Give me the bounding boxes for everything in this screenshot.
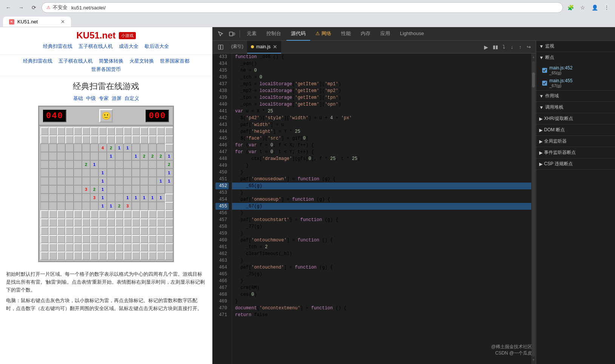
ms-cell[interactable] (132, 185, 140, 194)
nav-item-3[interactable]: 成语大全 (119, 43, 138, 50)
ms-cell[interactable] (107, 243, 115, 252)
ms-cell[interactable] (65, 144, 74, 152)
ms-cell[interactable] (148, 227, 157, 235)
ms-cell[interactable] (90, 210, 98, 218)
ms-cell[interactable]: 1 (148, 194, 157, 202)
ms-cell[interactable] (65, 160, 74, 169)
ms-cell[interactable] (123, 235, 132, 243)
ms-cell[interactable] (132, 160, 140, 169)
ms-cell[interactable] (40, 185, 49, 194)
ms-cell[interactable] (65, 185, 74, 194)
ms-cell[interactable]: 1 (107, 152, 115, 160)
sidebar-events-header[interactable]: ▶ 事件监听器断点 (536, 147, 615, 158)
ms-cell[interactable] (165, 252, 173, 260)
ms-cell[interactable] (157, 135, 165, 144)
ms-cell[interactable] (65, 169, 74, 177)
ms-cell[interactable] (40, 177, 49, 185)
ms-cell[interactable] (65, 218, 74, 227)
ms-cell[interactable] (140, 185, 148, 194)
difficulty-custom[interactable]: 自定义 (125, 95, 139, 102)
ms-cell[interactable] (40, 235, 49, 243)
ms-cell[interactable]: 1 (98, 169, 107, 177)
ms-cell[interactable] (49, 235, 57, 243)
sidebar-breakpoints-header[interactable]: ▼ 断点 (536, 52, 615, 63)
sidebar-callstack-header[interactable]: ▼ 调用堆栈 (536, 102, 615, 113)
subnav-5[interactable]: 世界国家首都 (160, 58, 189, 65)
ms-cell[interactable] (49, 218, 57, 227)
ms-cell[interactable] (123, 127, 132, 135)
ms-cell[interactable] (115, 243, 123, 252)
ms-cell[interactable] (57, 210, 65, 218)
ms-cell[interactable]: 1 (165, 169, 173, 177)
ms-cell[interactable]: 2 (140, 152, 148, 160)
ms-cell[interactable] (65, 152, 74, 160)
ms-cell[interactable]: 2 (148, 152, 157, 160)
ms-cell[interactable] (115, 169, 123, 177)
ms-cell[interactable] (49, 194, 57, 202)
subnav-2[interactable]: 五子棋在线人机 (58, 58, 93, 65)
ms-cell[interactable] (148, 210, 157, 218)
ms-cell[interactable] (82, 177, 90, 185)
scroll-track[interactable] (532, 61, 535, 356)
device-mode-btn[interactable] (227, 29, 237, 39)
ms-cell[interactable] (165, 227, 173, 235)
forward-button[interactable]: → (16, 2, 26, 13)
ms-cell[interactable] (57, 127, 65, 135)
ms-cell[interactable] (82, 135, 90, 144)
ms-cell[interactable] (123, 160, 132, 169)
difficulty-medium[interactable]: 中级 (86, 95, 96, 102)
ms-cell[interactable] (157, 227, 165, 235)
ms-cell[interactable]: 1 (157, 194, 165, 202)
tab-close[interactable]: ✕ (61, 19, 65, 25)
ms-cell[interactable] (148, 135, 157, 144)
ms-cell[interactable] (157, 160, 165, 169)
ms-cell[interactable] (74, 169, 82, 177)
ms-cell[interactable] (74, 152, 82, 160)
ms-cell[interactable] (82, 144, 90, 152)
ms-cell[interactable] (107, 127, 115, 135)
ms-cell[interactable] (148, 243, 157, 252)
ms-cell[interactable] (49, 185, 57, 194)
source-tab-index[interactable]: (索引) (228, 41, 247, 54)
ms-cell[interactable] (82, 202, 90, 210)
sidebar-watch-header[interactable]: ▼ 监视 (536, 41, 615, 52)
ms-cell[interactable] (165, 218, 173, 227)
ms-cell[interactable] (157, 252, 165, 260)
ms-cell[interactable] (107, 210, 115, 218)
ms-cell[interactable] (132, 235, 140, 243)
ms-cell[interactable] (40, 210, 49, 218)
nav-item-4[interactable]: 歇后语大全 (145, 43, 169, 50)
vertical-scrollbar[interactable]: ▲ ▼ (531, 54, 536, 364)
ms-cell[interactable] (123, 243, 132, 252)
tab-close-btn[interactable]: ✕ (273, 44, 277, 50)
ms-cell[interactable] (40, 169, 49, 177)
ms-cell[interactable] (140, 144, 148, 152)
scroll-up-btn[interactable]: ▲ (531, 54, 536, 60)
ms-cell[interactable] (132, 218, 140, 227)
ms-cell[interactable] (74, 252, 82, 260)
ms-cell[interactable] (157, 127, 165, 135)
ms-cell[interactable] (98, 252, 107, 260)
code-content[interactable]: function _d46 () { _edn() he = 0 _tch = … (232, 54, 531, 364)
ms-cell[interactable] (123, 152, 132, 160)
ms-cell[interactable] (65, 243, 74, 252)
nav-item-2[interactable]: 五子棋在线人机 (78, 43, 113, 50)
tab-performance[interactable]: 性能 (337, 27, 355, 41)
ms-cell[interactable] (148, 127, 157, 135)
ms-cell[interactable] (157, 169, 165, 177)
ms-cell[interactable] (140, 160, 148, 169)
ms-cell[interactable] (115, 135, 123, 144)
ms-cell[interactable] (140, 169, 148, 177)
ms-cell[interactable] (123, 218, 132, 227)
browser-tab-active[interactable]: K KU51.net ✕ (3, 17, 71, 27)
ms-cell[interactable]: 1 (157, 177, 165, 185)
ms-cell[interactable] (132, 202, 140, 210)
ms-cell[interactable] (65, 252, 74, 260)
ms-cell[interactable] (165, 235, 173, 243)
ms-cell[interactable] (74, 218, 82, 227)
ms-cell[interactable] (74, 185, 82, 194)
ms-cell[interactable] (148, 185, 157, 194)
ms-cell[interactable] (57, 152, 65, 160)
difficulty-expert[interactable]: 专家 (99, 95, 109, 102)
inspect-element-btn[interactable] (215, 29, 226, 39)
